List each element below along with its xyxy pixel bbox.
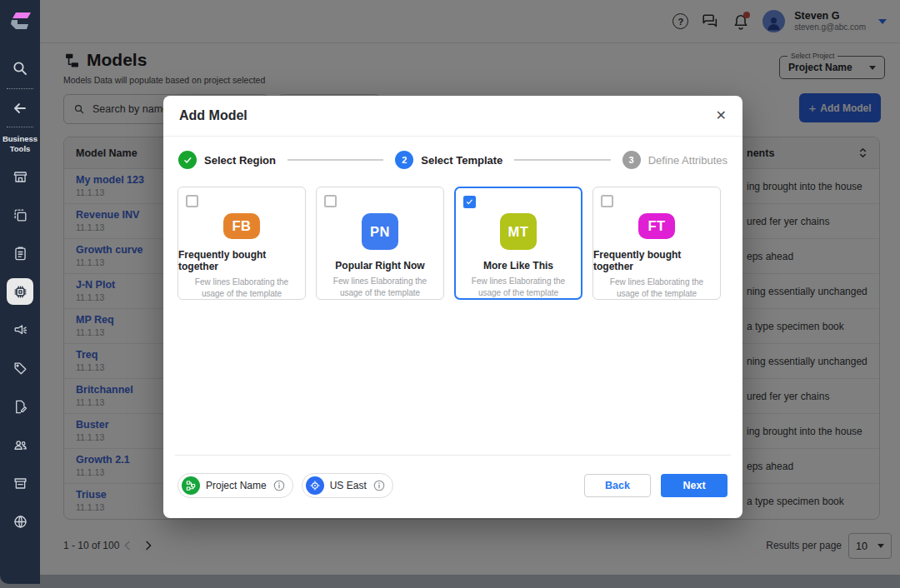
step-number-badge: 2 [395,151,413,169]
close-icon[interactable]: ✕ [716,109,727,122]
sidebar-item-dynamic-feed-icon[interactable] [7,202,33,228]
sidebar: Business Tools [0,0,40,584]
app-logo-icon [8,12,32,33]
sidebar-item-globe-icon[interactable] [7,508,33,535]
add-model-modal: Add Model ✕ Select Region2Select Templat… [163,96,742,518]
template-abbr-tile: PN [362,213,398,250]
template-description: Few lines Elaborating the usage of the t… [464,276,573,298]
sidebar-collapse-icon[interactable] [10,98,30,118]
sidebar-item-clipboard-icon[interactable] [7,240,33,267]
region-icon [306,476,324,495]
step-select-template[interactable]: 2Select Template [395,151,502,169]
template-title: Popular Right Now [335,260,424,272]
template-abbr-tile: FB [223,213,260,239]
step-connector [514,159,610,161]
sidebar-section-label: Business Tools [0,134,40,154]
chip-project-name[interactable]: Project Name [178,473,293,498]
step-define-attributes[interactable]: 3Define Attributes [622,151,728,169]
sidebar-nav [7,163,33,535]
context-chips: Project NameUS East [178,473,584,498]
project-icon [182,476,200,495]
sidebar-item-store-icon[interactable] [7,470,33,496]
template-title: Frequently bought together [178,249,305,272]
checkbox-unchecked-icon[interactable] [324,195,337,207]
chip-us-east[interactable]: US East [302,473,393,498]
sidebar-item-storefront-icon[interactable] [7,163,33,190]
checkbox-unchecked-icon[interactable] [186,195,198,207]
chip-label: US East [330,480,367,491]
step-check-icon [178,151,197,169]
template-title: Frequently bought together [593,249,720,272]
footer-divider [175,455,731,456]
app-window: Business Tools ? S [0,0,900,588]
sidebar-item-people-icon[interactable] [7,431,33,458]
info-icon[interactable] [272,479,286,492]
info-icon[interactable] [372,479,386,492]
template-description: Few lines Elaborating the usage of the t… [325,276,435,298]
sidebar-item-chip-icon[interactable] [7,278,33,305]
sidebar-search-icon[interactable] [10,58,30,78]
template-description: Few lines Elaborating the usage of the t… [187,277,297,299]
checkbox-checked-icon[interactable] [463,196,476,208]
sidebar-item-tag-icon[interactable] [7,355,33,381]
back-button[interactable]: Back [584,474,651,497]
template-description: Few lines Elaborating the usage of the t… [602,277,712,299]
sidebar-item-campaign-icon[interactable] [7,316,33,343]
template-title: More Like This [483,260,553,272]
sidebar-divider [7,88,33,89]
step-label: Select Region [204,154,276,167]
step-connector [288,159,383,161]
template-card-pn[interactable]: PNPopular Right NowFew lines Elaborating… [316,187,444,300]
template-card-fb[interactable]: FBFrequently bought togetherFew lines El… [178,187,306,300]
template-abbr-tile: FT [638,213,675,239]
template-cards: FBFrequently bought togetherFew lines El… [163,183,742,300]
sidebar-divider [7,127,33,127]
modal-footer: Project NameUS East Back Next [163,455,742,518]
step-number-badge: 3 [622,151,641,169]
template-abbr-tile: MT [500,213,537,250]
template-card-ft[interactable]: FTFrequently bought togetherFew lines El… [592,187,721,300]
chip-label: Project Name [206,480,267,491]
step-select-region[interactable]: Select Region [178,151,276,169]
step-label: Select Template [421,154,502,167]
step-label: Define Attributes [648,154,728,167]
sidebar-item-document-edit-icon[interactable] [7,393,33,420]
next-button[interactable]: Next [661,474,728,497]
template-card-mt[interactable]: MTMore Like ThisFew lines Elaborating th… [454,187,582,300]
stepper: Select Region2Select Template3Define Att… [163,137,742,183]
modal-title: Add Model [179,108,248,123]
checkbox-unchecked-icon[interactable] [601,195,613,207]
